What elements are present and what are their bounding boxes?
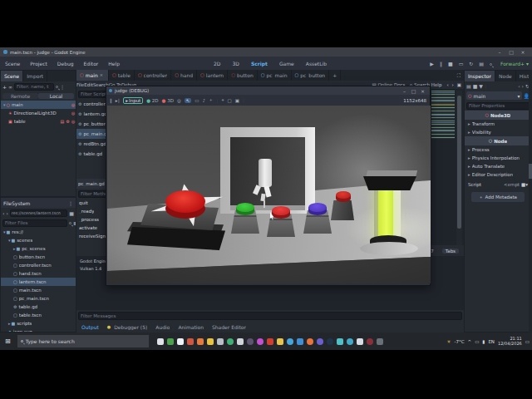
magnifier-icon[interactable] <box>490 61 492 66</box>
adobe-reader-icon[interactable] <box>267 338 273 345</box>
distraction-free-icon[interactable]: ⛶ <box>454 72 464 79</box>
remote-button[interactable]: Remote <box>2 93 38 99</box>
discord-icon[interactable] <box>317 338 323 345</box>
inspector-back-icon[interactable]: ‹ <box>518 83 520 89</box>
fs-item-hand-tscn[interactable]: ▢hand.tscn <box>1 269 76 278</box>
context-assetlib[interactable]: AssetLib <box>300 61 332 66</box>
embed-mode-icon[interactable]: ⌖ <box>221 97 224 103</box>
input-toggle[interactable]: ▸Input <box>123 97 143 104</box>
scene-tab-pc-button[interactable]: ▢pc_button <box>292 70 330 81</box>
fs-item-button-tscn[interactable]: ▢button.tscn <box>1 253 76 261</box>
chevron-down-icon[interactable]: ▾ <box>3 102 6 107</box>
headset-app-icon[interactable] <box>367 338 373 345</box>
chevron-right-icon[interactable]: ▸ <box>468 130 470 135</box>
keep-aspect-icon[interactable]: ▢ <box>227 98 231 103</box>
stop-button[interactable]: ■ <box>448 61 453 66</box>
new-script-icon[interactable]: ▤ <box>466 83 471 89</box>
clapper-icon[interactable]: ▤ <box>60 120 64 124</box>
reload-icon[interactable]: ↻ <box>469 61 473 66</box>
context-game[interactable]: Game <box>273 61 300 66</box>
stretch-icon[interactable]: ▣ <box>235 98 239 103</box>
context-3d[interactable]: 3D <box>226 61 244 66</box>
play-button[interactable]: ▶ <box>430 61 434 66</box>
steam-icon[interactable] <box>327 338 333 345</box>
next-frame-icon[interactable]: ▸∣ <box>116 98 121 103</box>
add-metadata-button[interactable]: ＋Add Metadata <box>471 192 525 202</box>
local-button[interactable]: Local <box>38 93 74 99</box>
fs-item-scripts[interactable]: ▸■scripts <box>1 319 76 328</box>
fs-item-scenes[interactable]: ▾■scenes <box>1 236 76 244</box>
inspector-row-transform[interactable]: ▸Transform <box>465 120 531 128</box>
filesystem-path[interactable]: res://scenes/lantern.tscn <box>10 209 68 217</box>
scene-tab-pc-main[interactable]: ▢pc_main <box>258 70 292 81</box>
inspector-tab-inspector[interactable]: Inspector <box>465 71 495 81</box>
script-menu-file[interactable]: File <box>76 82 84 87</box>
view-2d-toggle[interactable]: ● 2D <box>146 98 158 103</box>
chevron-right-icon[interactable]: ▸ <box>468 147 470 152</box>
battery-icon[interactable]: ▮ <box>482 339 485 344</box>
script-menu-edit[interactable]: Edit <box>84 82 93 87</box>
game-debug-window[interactable]: judge (DEBUG) – □ × ‖ ▸∣ ▸Input ● 2D ● 3… <box>106 86 431 286</box>
telegram-icon[interactable] <box>287 338 293 345</box>
close-tab-icon[interactable]: × <box>100 73 103 77</box>
history-back-icon[interactable]: ‹ <box>446 82 448 87</box>
inspector-tab-node[interactable]: Node <box>495 71 516 81</box>
gimp-icon[interactable] <box>247 338 254 345</box>
history-forward-icon[interactable]: › <box>452 82 454 87</box>
weather-icon[interactable]: ☀ <box>447 339 451 344</box>
pause-game-icon[interactable]: ‖ <box>110 98 112 103</box>
load-resource-icon[interactable]: ■ <box>473 83 478 89</box>
ruler-mode-icon[interactable]: ▭ <box>195 98 199 103</box>
camera-override-icon[interactable]: ◎ <box>177 98 181 103</box>
chevron-down-icon[interactable]: ▾ <box>3 229 6 234</box>
window-titlebar[interactable]: main.tscn - judge - Godot Engine – □ × <box>0 47 532 57</box>
indent-type-button[interactable]: Tabs <box>442 249 459 254</box>
taskbar-clock[interactable]: 21:11 12/04/2026 <box>498 337 522 347</box>
edge-icon[interactable] <box>347 338 353 345</box>
fs-item-table-tscn[interactable]: ▢table.tscn <box>1 311 76 319</box>
scene-tab-hand[interactable]: ▢hand <box>171 70 197 81</box>
scene-tab-controller[interactable]: ▢controller <box>135 70 171 81</box>
close-button[interactable]: × <box>517 49 529 55</box>
inspector-row-auto-translate[interactable]: ▸Auto Translate <box>465 162 531 170</box>
scrollbar-thumb[interactable] <box>457 96 461 229</box>
firefox-icon[interactable] <box>307 338 313 345</box>
teal-app-icon[interactable] <box>337 338 343 345</box>
dock-tab-import[interactable]: Import <box>23 71 47 81</box>
chevron-right-icon[interactable]: ▸ <box>468 172 470 177</box>
eye-icon[interactable]: ◎ <box>71 111 75 116</box>
game-window-titlebar[interactable]: judge (DEBUG) – □ × <box>106 86 430 95</box>
add-scene-tab[interactable]: + <box>329 70 341 81</box>
chat-app-icon[interactable] <box>227 338 234 345</box>
document-app-icon[interactable] <box>177 338 184 345</box>
lightning-app-icon[interactable] <box>207 338 214 345</box>
vscode-icon[interactable] <box>297 338 303 345</box>
audio-mute-icon[interactable]: ♪ <box>203 98 206 103</box>
renderer-select[interactable]: Forward+ ▾ <box>500 57 529 70</box>
instantiate-scene-icon[interactable]: ∞ <box>8 84 12 90</box>
joypad-icon[interactable]: ＋ <box>209 97 214 103</box>
tray-expand-icon[interactable]: ^ <box>468 339 472 344</box>
tray-temperature[interactable]: -7°C <box>454 339 464 344</box>
filter-messages-input[interactable] <box>78 312 462 320</box>
filter-files-input[interactable] <box>2 219 67 227</box>
fs-item-lantern-tscn[interactable]: ▢lantern.tscn <box>1 278 76 286</box>
eye-icon[interactable]: ◎ <box>71 120 75 124</box>
scene-dock-menu-icon[interactable]: ⋮ <box>60 84 65 90</box>
script-panel-icon[interactable]: ▣ <box>457 82 461 87</box>
context-script[interactable]: Script <box>245 61 273 66</box>
fs-item-table-gd[interactable]: ⚙table.gd <box>1 303 76 311</box>
code-minimap[interactable] <box>431 91 455 139</box>
pencil-app-icon[interactable] <box>187 338 194 345</box>
fs-item-pc-main-tscn[interactable]: ▢pc_main.tscn <box>1 294 76 303</box>
task-view-icon[interactable] <box>157 338 164 345</box>
fs-item-res-[interactable]: ▾■res:// <box>1 228 76 236</box>
maximize-button[interactable]: □ <box>409 88 418 94</box>
inspector-row-physics-interpolation[interactable]: ▸Physics Interpolation <box>465 154 531 162</box>
nav-forward-icon[interactable]: › <box>6 210 7 216</box>
scene-filter-input[interactable] <box>14 83 54 91</box>
bottom-tab-audio[interactable]: Audio <box>155 324 170 330</box>
chevron-right-icon[interactable]: ▸ <box>468 164 470 169</box>
dock-resize-handle[interactable] <box>529 164 532 179</box>
split-view-icon[interactable]: ▦ <box>69 210 74 216</box>
